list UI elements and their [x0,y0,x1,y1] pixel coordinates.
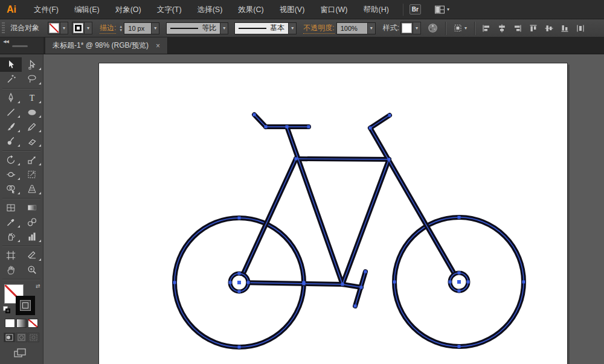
free-transform-tool[interactable] [22,167,43,182]
mesh-tool[interactable] [0,200,22,215]
gradient-tool[interactable] [22,200,43,215]
stroke-weight-stepper[interactable]: ▲ ▼ [119,25,123,32]
magic-wand-tool[interactable] [0,72,22,86]
stroke-weight-combo[interactable]: 10 px ▾ [124,22,159,34]
default-fill-stroke-icon[interactable] [3,306,10,313]
symbol-sprayer-tool[interactable] [0,229,22,244]
align-top-icon[interactable] [528,24,538,33]
type-tool[interactable]: T [22,91,43,105]
draw-normal-button[interactable] [4,333,15,342]
stroke-color-swatch[interactable] [73,23,83,33]
pencil-icon [27,121,37,132]
draw-inside-button[interactable] [28,333,39,342]
chevron-down-icon[interactable]: ▾ [84,22,92,34]
graphic-style-picker[interactable]: ▾ [400,22,421,34]
menu-select[interactable]: 选择(S) [190,0,231,19]
lasso-tool[interactable] [22,72,43,86]
color-button[interactable] [5,319,15,328]
gradient-button[interactable] [16,319,27,328]
screen-mode-button[interactable] [13,348,27,359]
paintbrush-tool[interactable] [0,120,22,134]
swap-fill-stroke-icon[interactable]: ⇄ [36,283,40,289]
workspace-switcher[interactable]: ▾ [434,5,449,14]
width-profile-combo[interactable]: 等比 ▾ [166,22,228,34]
fill-stroke-controls: ⇄ [0,281,43,364]
chevron-down-icon[interactable]: ▾ [464,25,467,31]
shape-builder-tool[interactable] [0,182,22,196]
drawing-mode-buttons [4,333,39,342]
chevron-down-icon[interactable]: ▾ [367,23,375,34]
panel-drag-grip[interactable] [12,45,28,47]
align-bottom-icon[interactable] [560,24,570,33]
draw-behind-button[interactable] [16,333,27,342]
align-left-icon[interactable] [481,24,491,33]
rotate-tool[interactable] [0,153,22,167]
width-profile-value: 等比 [202,23,216,33]
panel-grip-icon[interactable] [2,22,5,34]
menu-help[interactable]: 帮助(H) [356,0,397,19]
distribute-icon[interactable] [576,24,585,33]
chevron-down-icon[interactable]: ▾ [220,23,228,34]
scale-tool[interactable] [22,153,43,167]
eyedropper-tool[interactable] [0,215,22,229]
select-similar-button[interactable]: ▾ [453,24,467,33]
menu-window[interactable]: 窗口(W) [312,0,355,19]
blob-brush-tool[interactable] [0,134,22,148]
fill-color-picker[interactable]: ▾ [48,22,68,34]
menu-view[interactable]: 视图(V) [272,0,313,19]
recolor-artwork-button[interactable] [428,23,438,33]
pencil-tool[interactable] [22,120,43,134]
pen-tool[interactable] [0,91,22,105]
none-button[interactable] [28,319,38,328]
tool-group-divider [2,150,40,151]
opacity-combo[interactable]: 100% ▾ [336,22,376,34]
ellipse-icon [27,107,37,118]
column-graph-tool[interactable] [22,229,43,244]
paintbrush-icon [5,121,16,132]
chevron-down-icon[interactable]: ▾ [288,23,296,34]
stroke-color-picker[interactable]: ▾ [72,22,92,34]
close-icon[interactable]: × [156,42,160,50]
chevron-down-icon[interactable]: ▾ [60,22,68,34]
align-center-vertical-icon[interactable] [544,24,554,33]
stroke-weight-value[interactable]: 10 px [124,23,151,34]
width-tool[interactable] [0,167,22,182]
menu-type[interactable]: 文字(T) [149,0,190,19]
chevron-down-icon[interactable]: ▾ [413,22,420,34]
step-down-icon[interactable]: ▼ [119,28,123,32]
chevron-down-icon[interactable]: ▾ [151,23,159,34]
blend-tool[interactable] [22,215,43,229]
hand-tool[interactable] [0,263,22,277]
perspective-grid-tool[interactable] [22,182,43,196]
stroke-swatch-black[interactable] [16,296,35,315]
bridge-button[interactable]: Br [410,4,421,14]
menu-effect[interactable]: 效果(C) [230,0,271,19]
selection-tool[interactable] [0,57,22,72]
collapse-panel-icon[interactable]: ◀◀ [3,39,8,44]
menu-object[interactable]: 对象(O) [108,0,149,19]
lasso-icon [27,74,37,85]
direct-selection-tool[interactable] [22,57,43,72]
line-segment-tool[interactable] [0,105,22,120]
opacity-value[interactable]: 100% [337,23,367,34]
stroke-panel-link[interactable]: 描边: [100,23,116,34]
artboard-tool[interactable] [0,248,22,263]
scale-icon [27,155,37,165]
slice-tool[interactable] [22,248,43,263]
menu-edit[interactable]: 编辑(E) [66,0,108,19]
zoom-tool[interactable] [22,263,43,277]
graphic-style-swatch[interactable] [402,23,412,33]
align-right-icon[interactable] [513,24,522,33]
canvas-pasteboard[interactable] [43,54,604,364]
bicycle-artwork[interactable] [43,54,604,364]
document-tab[interactable]: 未标题-1* @ 98% (RGB/预览) × [45,37,168,54]
eraser-tool[interactable] [22,134,43,148]
opacity-panel-link[interactable]: 不透明度: [303,23,334,34]
perspective-grid-icon [27,184,37,194]
brush-definition-combo[interactable]: 基本 ▾ [234,22,297,34]
align-center-horizontal-icon[interactable] [497,24,507,33]
ellipse-tool[interactable] [22,105,43,120]
stroke-profile-icon [170,28,198,29]
menu-file[interactable]: 文件(F) [26,0,66,19]
fill-none-swatch[interactable] [49,23,59,33]
